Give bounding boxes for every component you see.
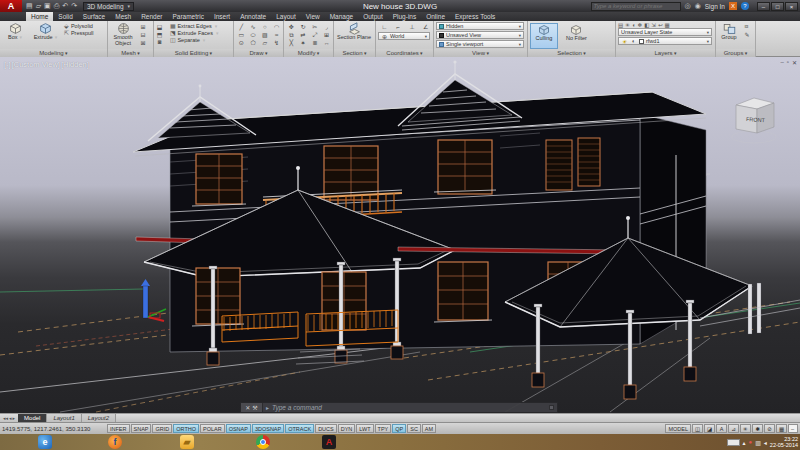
layer-off-icon[interactable]: ☀ <box>625 22 630 28</box>
extract-edges-button[interactable]: ▦ Extract Edges <box>169 23 218 29</box>
point-icon[interactable]: ⊙ <box>236 39 247 47</box>
tab-online[interactable]: Online <box>421 12 450 21</box>
no-filter-button[interactable]: No Filter <box>562 24 590 50</box>
drawing-minimize-icon[interactable]: – <box>780 59 783 66</box>
search-icon[interactable]: ◎ <box>685 2 691 10</box>
region-icon[interactable]: ▱ <box>260 39 271 47</box>
group-edit-icon[interactable]: ✎ <box>744 31 749 38</box>
extrude-button[interactable]: Extrude <box>32 22 58 48</box>
coordinates-readout[interactable]: 1419.5775, 1217.2461, 350.3130 <box>2 426 106 432</box>
workspace-switcher[interactable]: 3D Modeling <box>83 2 134 11</box>
erase-icon[interactable]: ╳ <box>286 39 297 47</box>
drawing-canvas[interactable]: [-] [Custom View] [Hidden] – ▫ ✕ FRONT ✕ <box>0 57 800 413</box>
box-button[interactable]: Box <box>2 22 28 48</box>
panel-coordinates-label[interactable]: Coordinates <box>376 49 433 57</box>
clean-screen-button[interactable]: – <box>788 424 798 433</box>
offset-icon[interactable]: ≣ <box>310 39 321 47</box>
tray-app-icon[interactable]: ● <box>749 439 753 445</box>
subtract-icon[interactable]: ⬒ <box>156 31 163 38</box>
tab-render[interactable]: Render <box>136 12 167 21</box>
group-button[interactable]: Group <box>718 22 740 48</box>
panel-selection-label[interactable]: Selection <box>528 49 615 57</box>
new-icon[interactable]: ▤ <box>26 2 33 10</box>
autocad-logo-icon[interactable]: A <box>0 0 22 12</box>
polysolid-button[interactable]: ⬙ Polysolid <box>63 23 94 29</box>
rectangle-icon[interactable]: ▭ <box>236 31 247 39</box>
annotation-scale-icon[interactable]: A <box>716 424 727 433</box>
ellipse-icon[interactable]: ⬭ <box>248 31 259 39</box>
rotate-icon[interactable]: ↻ <box>298 23 309 31</box>
visual-style-dropdown[interactable]: Hidden <box>436 22 524 30</box>
autocad-taskbar-icon[interactable]: A <box>322 435 336 449</box>
scale-icon[interactable]: ⤢ <box>310 31 321 39</box>
viewport-config-dropdown[interactable]: Single viewport <box>436 40 524 48</box>
ucs-z-icon[interactable]: ⊥ <box>406 23 419 31</box>
tab-view[interactable]: View <box>301 12 325 21</box>
presspull-button[interactable]: ⇱ Presspull <box>63 30 94 36</box>
status-toggle-sc[interactable]: SC <box>407 424 421 433</box>
panel-groups-label[interactable]: Groups <box>716 49 755 57</box>
status-toggle-grid[interactable]: GRID <box>152 424 172 433</box>
command-line-bar[interactable]: ✕ ⚒ ▸ Type a command <box>240 402 558 413</box>
ungroup-icon[interactable]: ⧈ <box>744 23 749 30</box>
minimize-button[interactable]: – <box>757 2 770 11</box>
tab-express-tools[interactable]: Express Tools <box>450 12 500 21</box>
panel-solid-editing-label[interactable]: Solid Editing <box>154 49 233 57</box>
culling-button[interactable]: Culling <box>530 23 558 49</box>
ucs-origin-icon[interactable]: ⌐ <box>392 23 405 31</box>
tab-insert[interactable]: Insert <box>209 12 235 21</box>
chrome-icon[interactable] <box>256 435 270 449</box>
separate-button[interactable]: ◫ Separate <box>169 37 218 43</box>
tab-manage[interactable]: Manage <box>325 12 359 21</box>
intersect-icon[interactable]: ◙ <box>156 39 163 45</box>
app-status-icon[interactable]: ▦ <box>776 424 787 433</box>
extrude-faces-button[interactable]: ⬔ Extrude Faces <box>169 30 218 36</box>
layer-properties-icon[interactable]: ▤ <box>618 22 623 28</box>
close-button[interactable]: × <box>785 2 798 11</box>
drawing-close-icon[interactable]: ✕ <box>792 59 797 66</box>
save-icon[interactable]: ▣ <box>44 2 51 10</box>
explode-icon[interactable]: ✶ <box>298 39 309 47</box>
arc-icon[interactable]: ◠ <box>271 23 282 31</box>
viewport-view-control[interactable]: [Custom View] <box>12 60 60 69</box>
status-toggle-infer[interactable]: INFER <box>107 424 130 433</box>
keyboard-layout-icon[interactable] <box>727 439 740 446</box>
model-space-button[interactable]: MODEL <box>665 424 691 433</box>
panel-section-label[interactable]: Section <box>334 49 375 57</box>
model-viewport[interactable] <box>0 57 800 413</box>
command-expand-icon[interactable] <box>549 405 554 410</box>
command-customize-icon[interactable]: ⚒ <box>252 404 257 411</box>
polygon-icon[interactable]: ⬠ <box>248 39 259 47</box>
autoscale-icon[interactable]: ☀ <box>740 424 751 433</box>
command-close-icon[interactable]: ✕ <box>245 404 250 411</box>
status-toggle-tpy[interactable]: TPY <box>375 424 392 433</box>
section-plane-button[interactable]: Section Plane <box>336 22 372 48</box>
status-toggle-osnap[interactable]: OSNAP <box>226 424 251 433</box>
stretch-icon[interactable]: ↔ <box>321 39 332 47</box>
panel-draw-label[interactable]: Draw <box>234 49 283 57</box>
toolbar-lock-icon[interactable]: ⊘ <box>764 424 775 433</box>
tab-annotate[interactable]: Annotate <box>235 12 271 21</box>
volume-icon[interactable]: ◂ <box>764 439 767 446</box>
next-tab-icon[interactable]: ▸ <box>13 415 16 421</box>
tab-layout[interactable]: Layout <box>271 12 301 21</box>
help-search-input[interactable] <box>591 2 681 11</box>
status-toggle-lwt[interactable]: LWT <box>356 424 373 433</box>
layer-state-dropdown[interactable]: Unsaved Layer State <box>618 28 712 36</box>
mirror-icon[interactable]: ⇄ <box>298 31 309 39</box>
mesh-option-icon[interactable]: ⊟ <box>140 31 145 38</box>
viewport-style-control[interactable]: [Hidden] <box>61 60 89 69</box>
command-input[interactable]: Type a command <box>272 404 322 411</box>
move-icon[interactable]: ✥ <box>286 23 297 31</box>
ucs-3p-icon[interactable]: ∠ <box>419 23 432 31</box>
tab-parametric[interactable]: Parametric <box>167 12 208 21</box>
network-icon[interactable]: ▥ <box>755 439 761 446</box>
panel-view-label[interactable]: View <box>434 49 527 57</box>
open-icon[interactable]: ▱ <box>36 2 41 10</box>
trim-icon[interactable]: ✂ <box>310 23 321 31</box>
drawing-restore-icon[interactable]: ▫ <box>787 59 789 66</box>
layer-isolate-icon[interactable]: ◐ <box>632 22 635 28</box>
help-icon[interactable]: ? <box>741 2 749 10</box>
status-toggle-dyn[interactable]: DYN <box>338 424 356 433</box>
copy-icon[interactable]: ⧉ <box>286 31 297 39</box>
